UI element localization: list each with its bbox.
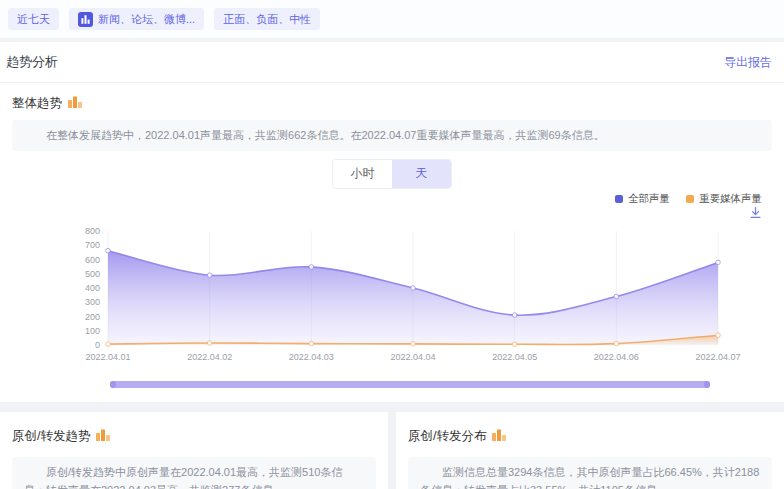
- svg-text:2022.04.04: 2022.04.04: [390, 352, 435, 362]
- legend-swatch-purple: [615, 195, 623, 203]
- filter-chip-sentiment-label: 正面、负面、中性: [223, 12, 311, 27]
- svg-text:0: 0: [95, 340, 100, 350]
- svg-text:2022.04.01: 2022.04.01: [85, 352, 130, 362]
- svg-text:2022.04.03: 2022.04.03: [289, 352, 334, 362]
- svg-text:400: 400: [85, 283, 100, 293]
- card-title: 原创/转发分布: [408, 428, 486, 445]
- page-title: 趋势分析: [6, 53, 58, 71]
- svg-text:300: 300: [85, 297, 100, 307]
- filter-chip-time-range[interactable]: 近七天: [8, 8, 59, 30]
- legend-item-key-media-volume[interactable]: 重要媒体声量: [686, 192, 762, 206]
- toggle-option-hour[interactable]: 小时: [333, 160, 392, 188]
- overall-summary-text: 在整体发展趋势中，2022.04.01声量最高，共监测662条信息。在2022.…: [12, 120, 772, 151]
- export-report-link[interactable]: 导出报告: [724, 54, 772, 71]
- bar-chart-icon: [78, 12, 93, 27]
- svg-text:700: 700: [85, 240, 100, 250]
- granularity-toggle: 小时 天: [332, 159, 452, 189]
- card-title: 原创/转发趋势: [12, 428, 90, 445]
- trend-area-chart[interactable]: 01002003004005006007008002022.04.012022.…: [78, 221, 772, 377]
- svg-text:2022.04.06: 2022.04.06: [594, 352, 639, 362]
- filter-chip-time-label: 近七天: [17, 12, 50, 27]
- chart-range-slider[interactable]: [110, 381, 710, 388]
- toggle-option-day[interactable]: 天: [392, 160, 451, 188]
- filter-chip-sources-label: 新闻、论坛、微博...: [98, 12, 195, 27]
- page: 近七天 新闻、论坛、微博... 正面、负面、中性 趋势分析 导出报告: [0, 0, 784, 489]
- svg-text:500: 500: [85, 268, 100, 278]
- card-original-repost-trend: 原创/转发趋势 原创/转发趋势中原创声量在2022.04.01最高，共监测510…: [0, 412, 388, 489]
- legend-item-total-volume[interactable]: 全部声量: [615, 192, 670, 206]
- card-header: 趋势分析 导出报告: [0, 42, 784, 83]
- card-summary-text: 原创/转发趋势中原创声量在2022.04.01最高，共监测510条信息；转发声量…: [12, 457, 376, 489]
- podium-icon: [96, 429, 110, 444]
- svg-text:800: 800: [85, 226, 100, 236]
- svg-text:2022.04.02: 2022.04.02: [187, 352, 232, 362]
- filter-chip-sources[interactable]: 新闻、论坛、微博...: [69, 8, 204, 30]
- trend-analysis-card: 趋势分析 导出报告 整体趋势 在整体发展趋势中，2022.04.01声量最高，共…: [0, 42, 784, 402]
- svg-text:2022.04.05: 2022.04.05: [492, 352, 537, 362]
- podium-icon: [68, 96, 82, 111]
- legend-swatch-orange: [686, 195, 694, 203]
- chart-legend: 全部声量 重要媒体声量: [12, 191, 772, 207]
- filter-bar: 近七天 新闻、论坛、微博... 正面、负面、中性: [0, 0, 784, 38]
- card-original-repost-distribution: 原创/转发分布 监测信息总量3294条信息，其中原创声量占比66.45%，共计2…: [396, 412, 784, 489]
- svg-text:100: 100: [85, 325, 100, 335]
- svg-text:2022.04.07: 2022.04.07: [695, 352, 740, 362]
- bottom-cards-row: 原创/转发趋势 原创/转发趋势中原创声量在2022.04.01最高，共监测510…: [0, 412, 784, 489]
- section-title: 整体趋势: [12, 95, 62, 112]
- filter-chip-sentiment[interactable]: 正面、负面、中性: [214, 8, 320, 30]
- card-summary-text: 监测信息总量3294条信息，其中原创声量占比66.45%，共计2188条信息；转…: [408, 457, 772, 489]
- overall-trend-section: 整体趋势 在整体发展趋势中，2022.04.01声量最高，共监测662条信息。在…: [0, 83, 784, 402]
- podium-icon: [492, 429, 506, 444]
- svg-text:200: 200: [85, 311, 100, 321]
- svg-text:600: 600: [85, 254, 100, 264]
